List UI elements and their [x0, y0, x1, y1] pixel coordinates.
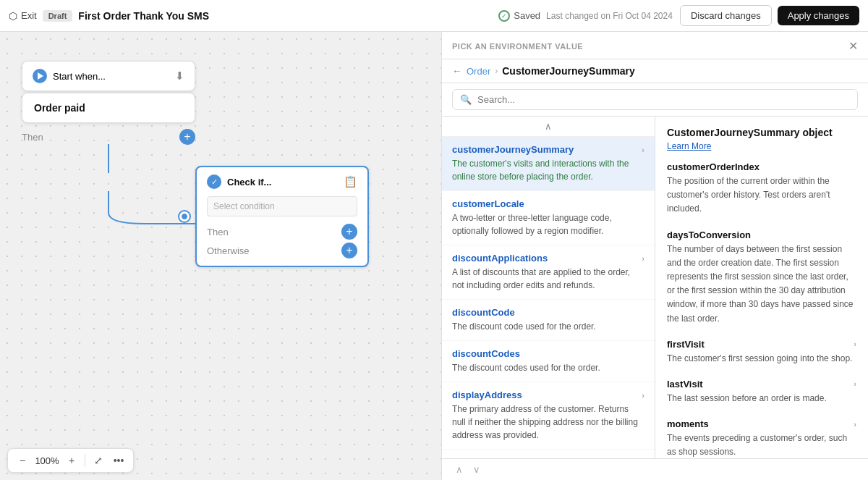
connector-dot	[179, 211, 190, 222]
check-icon: ✓	[501, 12, 507, 20]
check-if-icon: ✓	[207, 174, 221, 189]
play-triangle	[38, 72, 43, 80]
then-branch-row: Then +	[207, 224, 357, 240]
zoom-level: 100%	[34, 455, 60, 466]
list-item-desc: A two-letter or three-letter language co…	[452, 211, 644, 237]
detail-property: daysToConversion The number of days betw…	[667, 230, 856, 326]
list-item-name: discountCode	[452, 307, 644, 318]
property-list: ∧ customerJourneySummary › The customer'…	[442, 117, 655, 458]
check-if-title: Check if...	[227, 177, 271, 188]
list-item[interactable]: customerJourneySummary › The customer's …	[442, 137, 655, 191]
more-options-button[interactable]: •••	[110, 452, 127, 469]
fit-button[interactable]: ⤢	[90, 452, 107, 469]
zoom-out-button[interactable]: −	[14, 452, 31, 469]
check-if-wrapper: ✓ Check if... 📋 Select condition Then + …	[195, 166, 369, 267]
header-center: ✓ Saved Last changed on Fri Oct 04 2024	[498, 10, 673, 22]
scroll-down-icon[interactable]: ∨	[469, 463, 484, 477]
panel-close-button[interactable]: ✕	[848, 39, 858, 53]
property-name: daysToConversion	[667, 230, 856, 240]
property-desc: The customer's first session going into …	[667, 352, 856, 366]
download-icon[interactable]: ⬇	[175, 70, 184, 83]
panel-body: ∧ customerJourneySummary › The customer'…	[442, 117, 868, 458]
check-node-left: ✓ Check if...	[207, 174, 271, 189]
check-if-node[interactable]: ✓ Check if... 📋 Select condition Then + …	[195, 166, 369, 267]
detail-property: customerOrderIndex The position of the c…	[667, 161, 856, 216]
breadcrumb-back-icon[interactable]: ←	[452, 65, 462, 77]
list-item[interactable]: discountCode The discount code used for …	[442, 300, 655, 341]
apply-button[interactable]: Apply changes	[778, 6, 859, 25]
exit-label: Exit	[21, 10, 37, 21]
property-name: lastVisit ›	[667, 379, 856, 390]
list-item-desc: The primary address of the customer. Ret…	[452, 403, 644, 442]
breadcrumb-order[interactable]: Order	[467, 66, 490, 77]
panel-header: PICK AN ENVIRONMENT VALUE ✕	[442, 32, 868, 59]
add-then-button[interactable]: +	[179, 129, 195, 145]
draft-badge: Draft	[43, 10, 73, 22]
list-item-desc: The discount codes used for the order.	[452, 361, 644, 374]
list-item[interactable]: displayFinancialStatus The financial sta…	[442, 450, 655, 458]
trigger-label: Order paid	[34, 102, 85, 114]
flow-canvas[interactable]: Start when... ⬇ Order paid Then + ✓	[0, 32, 441, 480]
panel-title: PICK AN ENVIRONMENT VALUE	[452, 42, 583, 51]
app-header: ⬡ Exit Draft First Order Thank You SMS ✓…	[0, 0, 868, 32]
list-item-desc: A list of discounts that are applied to …	[452, 266, 644, 292]
chevron-right-icon: ›	[642, 391, 644, 400]
breadcrumb-current: CustomerJourneySummary	[502, 65, 635, 77]
check-node-footer: Then + Otherwise +	[207, 224, 357, 258]
discard-button[interactable]: Discard changes	[680, 5, 772, 26]
property-name: firstVisit ›	[667, 339, 856, 350]
start-when-node[interactable]: Start when... ⬇	[22, 61, 195, 91]
header-right: Discard changes Apply changes	[680, 5, 859, 26]
chevron-right-icon: ›	[642, 146, 644, 154]
then-label: Then	[22, 132, 43, 143]
environment-panel: PICK AN ENVIRONMENT VALUE ✕ ← Order › Cu…	[441, 32, 868, 480]
list-item[interactable]: discountApplications › A list of discoun…	[442, 245, 655, 300]
then-branch-label: Then	[207, 227, 229, 237]
exit-icon: ⬡	[9, 10, 17, 22]
start-when-label: Start when...	[53, 71, 106, 82]
property-desc: The number of days between the first ses…	[667, 243, 856, 326]
search-input[interactable]	[477, 94, 850, 105]
saved-label: Saved	[514, 10, 540, 21]
list-item-name: customerJourneySummary ›	[452, 144, 644, 155]
clipboard-icon[interactable]: 📋	[344, 175, 357, 188]
detail-property: moments › The events preceding a custome…	[667, 418, 856, 458]
list-item-desc: The discount code used for the order.	[452, 320, 644, 333]
list-item[interactable]: customerLocale A two-letter or three-let…	[442, 191, 655, 245]
chevron-right-icon: ›	[854, 379, 856, 388]
saved-indicator: ✓ Saved	[498, 10, 540, 22]
search-box: 🔍	[452, 89, 858, 110]
chevron-right-icon: ›	[854, 340, 856, 348]
panel-search-area: 🔍	[442, 83, 868, 117]
learn-more-link[interactable]: Learn More	[667, 141, 856, 151]
scroll-up-icon[interactable]: ∧	[452, 463, 467, 477]
list-item-name: displayAddress ›	[452, 390, 644, 400]
property-detail: CustomerJourneySummary object Learn More…	[655, 117, 868, 458]
breadcrumb-separator: ›	[495, 66, 498, 76]
add-then-branch-button[interactable]: +	[341, 224, 357, 240]
trigger-node[interactable]: Order paid	[22, 93, 195, 123]
panel-breadcrumb: ← Order › CustomerJourneySummary	[442, 59, 868, 83]
detail-property: firstVisit › The customer's first sessio…	[667, 339, 856, 366]
flow-title: First Order Thank You SMS	[78, 10, 209, 22]
start-node-left: Start when...	[33, 69, 106, 83]
collapse-top-button[interactable]: ∧	[442, 117, 655, 137]
exit-button[interactable]: ⬡ Exit	[9, 10, 37, 22]
zoom-in-button[interactable]: +	[63, 452, 80, 469]
list-item-name: discountCodes	[452, 348, 644, 359]
toolbar-divider	[85, 454, 85, 467]
header-left: ⬡ Exit Draft First Order Thank You SMS	[9, 10, 491, 22]
flow-nodes: Start when... ⬇ Order paid Then +	[22, 61, 195, 151]
chevron-right-icon: ›	[642, 254, 644, 263]
property-name: moments ›	[667, 418, 856, 429]
property-name: customerOrderIndex	[667, 161, 856, 172]
then-row: Then +	[22, 123, 195, 151]
search-icon: 🔍	[460, 94, 472, 105]
panel-bottom-bar: ∧ ∨	[442, 458, 868, 480]
list-item[interactable]: displayAddress › The primary address of …	[442, 382, 655, 450]
list-item[interactable]: discountCodes The discount codes used fo…	[442, 341, 655, 382]
add-otherwise-button[interactable]: +	[341, 243, 357, 258]
select-condition-placeholder[interactable]: Select condition	[207, 196, 357, 216]
canvas-toolbar: − 100% + ⤢ •••	[7, 448, 134, 473]
property-desc: The events preceding a customer's order,…	[667, 431, 856, 458]
